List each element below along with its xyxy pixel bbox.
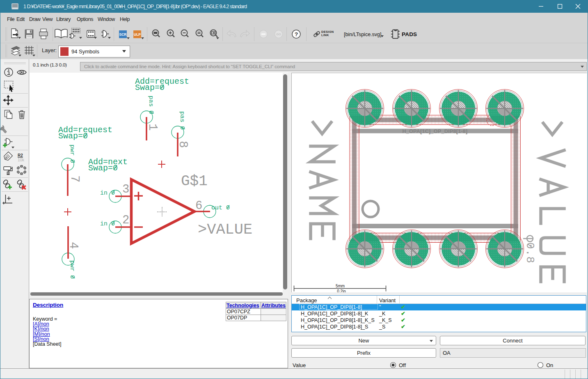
svg-text:G$1: G$1 bbox=[181, 173, 208, 190]
svg-text:Off: Off bbox=[399, 362, 406, 368]
svg-text:Swap=0: Swap=0 bbox=[135, 83, 165, 92]
svg-text:0.2in: 0.2in bbox=[337, 289, 346, 293]
svg-text:1: 1 bbox=[146, 124, 159, 131]
svg-text:>VALUE: >VALUE bbox=[198, 221, 252, 238]
svg-text:2: 2 bbox=[122, 214, 129, 227]
svg-text:ULP: ULP bbox=[134, 32, 141, 37]
svg-text:Layer:: Layer: bbox=[42, 47, 57, 53]
svg-text:Swap=0: Swap=0 bbox=[88, 163, 118, 173]
svg-text:H_OPA[1C]_OP_DIP8[1-8]: H_OPA[1C]_OP_DIP8[1-8] bbox=[402, 129, 467, 134]
svg-text:7: 7 bbox=[68, 175, 81, 182]
svg-text:3: 3 bbox=[122, 183, 129, 196]
svg-text:[bin/LTspice.svg]: [bin/LTspice.svg] bbox=[344, 32, 381, 37]
svg-text:?: ? bbox=[295, 31, 298, 37]
svg-text:pas 0: pas 0 bbox=[178, 111, 185, 130]
svg-text:R2: R2 bbox=[18, 153, 23, 158]
svg-text:Swap=0: Swap=0 bbox=[58, 131, 88, 141]
svg-text:94 Symbols: 94 Symbols bbox=[71, 48, 99, 55]
svg-text:GO: GO bbox=[276, 32, 281, 36]
svg-text:LINK: LINK bbox=[321, 33, 329, 37]
svg-text:On: On bbox=[546, 362, 553, 368]
svg-text:5mm: 5mm bbox=[336, 284, 345, 288]
svg-text:pwr 0: pwr 0 bbox=[69, 260, 76, 279]
svg-text:pwr 0: pwr 0 bbox=[69, 145, 76, 163]
svg-text:PADS: PADS bbox=[402, 31, 417, 37]
svg-text:out 0: out 0 bbox=[211, 204, 230, 211]
svg-text:6: 6 bbox=[195, 199, 202, 213]
svg-text:SCR: SCR bbox=[119, 32, 127, 37]
svg-text:10k: 10k bbox=[18, 158, 25, 162]
